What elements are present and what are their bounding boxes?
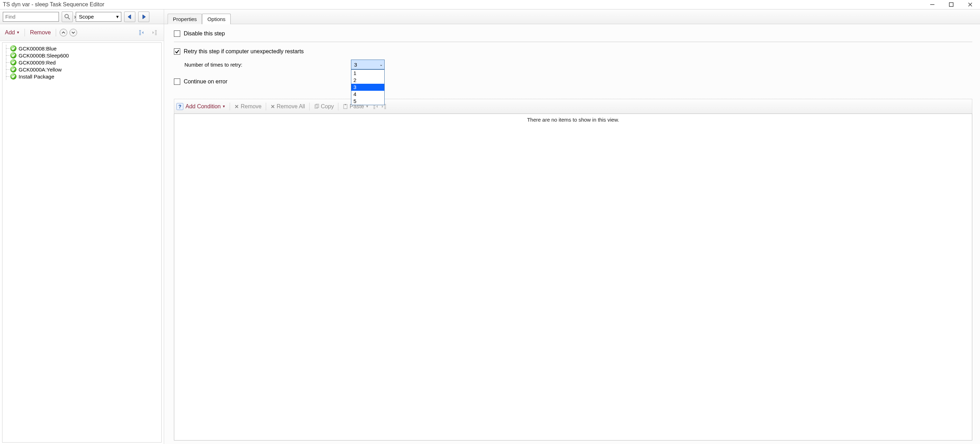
success-icon <box>10 66 16 73</box>
top-toolbar-right: Properties Options <box>164 10 980 24</box>
success-icon <box>10 45 16 52</box>
dropdown-caret-icon: ▼ <box>222 105 226 108</box>
x-icon <box>270 104 275 109</box>
retry-count-option[interactable]: 5 <box>351 98 384 105</box>
x-icon <box>234 104 239 109</box>
retry-count-options-list: 1 2 3 4 5 <box>351 70 385 105</box>
remove-step-button[interactable]: Remove <box>29 29 52 36</box>
retry-count-label: Number of times to retry: <box>185 62 242 68</box>
nav-back-button[interactable] <box>124 11 135 22</box>
retry-count-option[interactable]: 4 <box>351 91 384 98</box>
top-toolbar: x Scope ▼ Properties Options <box>0 9 980 24</box>
conditions-toolbar: ? Add Condition ▼ Remove Remove All Copy <box>174 99 972 114</box>
separator <box>230 103 230 110</box>
tree-item[interactable]: Install Package <box>4 73 160 80</box>
top-toolbar-left: x Scope ▼ <box>0 10 164 24</box>
arrow-right-icon <box>141 14 147 20</box>
tree-item[interactable]: GCK00008:Blue <box>4 45 160 52</box>
retry-count-dropdown[interactable]: 3 ⌄ 1 2 3 4 5 <box>351 60 385 70</box>
scope-label: Scope <box>79 14 94 20</box>
separator <box>309 103 310 110</box>
title-bar: TS dyn var - sleep Task Sequence Editor <box>0 0 980 9</box>
help-icon[interactable]: ? <box>177 103 183 110</box>
tab-options[interactable]: Options <box>202 14 231 24</box>
conditions-empty-text: There are no items to show in this view. <box>527 117 619 123</box>
tree-item[interactable]: GCK0000A:Yellow <box>4 66 160 73</box>
window-buttons <box>928 1 978 8</box>
dropdown-caret-icon: ▼ <box>16 30 20 34</box>
chevron-up-icon <box>61 30 65 35</box>
tree-toolbar: Add ▼ Remove <box>0 24 164 41</box>
minimize-button[interactable] <box>928 1 937 8</box>
options-pane: Disable this step Retry this step if com… <box>164 24 980 444</box>
add-step-button[interactable]: Add ▼ <box>3 29 21 36</box>
tree-item-label: GCK0000A:Yellow <box>19 67 62 73</box>
remove-step-label: Remove <box>30 29 51 36</box>
remove-condition-button[interactable]: Remove <box>234 103 262 110</box>
add-condition-label: Add Condition <box>186 103 221 110</box>
svg-rect-5 <box>345 104 346 105</box>
continue-on-error-row: Continue on error <box>174 78 972 85</box>
success-icon <box>10 52 16 59</box>
add-condition-button[interactable]: Add Condition ▼ <box>186 103 226 110</box>
main-area: Add ▼ Remove <box>0 24 980 444</box>
move-down-button[interactable] <box>69 29 77 36</box>
outdent-button[interactable] <box>136 27 147 38</box>
maximize-button[interactable] <box>947 1 956 8</box>
divider <box>174 42 972 42</box>
search-button[interactable] <box>62 11 73 22</box>
window-title: TS dyn var - sleep Task Sequence Editor <box>3 2 105 8</box>
conditions-list[interactable]: There are no items to show in this view. <box>174 114 972 441</box>
tree-item-label: GCK00008:Blue <box>19 46 56 52</box>
disable-step-checkbox[interactable] <box>174 30 180 37</box>
remove-condition-label: Remove <box>240 103 262 110</box>
tree-item[interactable]: GCK00009:Red <box>4 59 160 66</box>
tab-bar: Properties Options <box>164 13 231 24</box>
move-up-button[interactable] <box>60 29 67 36</box>
arrow-left-icon <box>127 14 133 20</box>
copy-conditions-label: Copy <box>321 103 334 110</box>
disable-step-label: Disable this step <box>184 30 225 37</box>
tree-item-label: GCK00009:Red <box>19 60 56 65</box>
chevron-down-icon: ▼ <box>115 14 119 19</box>
success-icon <box>10 59 16 65</box>
chevron-down-icon <box>71 30 75 35</box>
remove-all-conditions-label: Remove All <box>277 103 305 110</box>
nav-forward-button[interactable] <box>138 11 150 22</box>
tab-properties[interactable]: Properties <box>168 14 202 24</box>
search-icon <box>64 14 70 20</box>
remove-all-conditions-button[interactable]: Remove All <box>270 103 305 110</box>
success-icon <box>10 73 16 79</box>
retry-count-option[interactable]: 1 <box>351 70 384 77</box>
continue-on-error-label: Continue on error <box>184 78 228 85</box>
indent-button[interactable] <box>149 27 160 38</box>
tree-item-label: Install Package <box>19 74 54 79</box>
retry-checkbox[interactable] <box>174 48 180 55</box>
tree-item-label: GCK0000B:Sleep600 <box>19 52 69 59</box>
retry-count-option[interactable]: 3 <box>351 84 384 91</box>
indent-icon <box>151 29 158 36</box>
disable-step-row: Disable this step <box>174 30 972 37</box>
separator <box>266 103 266 110</box>
chevron-down-icon: ⌄ <box>379 62 383 67</box>
copy-conditions-button[interactable]: Copy <box>314 103 334 110</box>
find-box[interactable]: x <box>3 12 59 22</box>
retry-count-option[interactable]: 2 <box>351 77 384 84</box>
close-button[interactable] <box>965 1 975 8</box>
paste-icon <box>342 104 348 109</box>
add-step-label: Add <box>5 29 15 36</box>
left-pane: Add ▼ Remove <box>0 24 164 444</box>
step-tree[interactable]: GCK00008:Blue GCK0000B:Sleep600 GCK00009… <box>2 43 162 442</box>
scope-dropdown[interactable]: Scope ▼ <box>76 12 121 22</box>
continue-on-error-checkbox[interactable] <box>174 78 180 85</box>
outdent-icon <box>138 29 145 36</box>
copy-icon <box>314 104 320 109</box>
retry-block: Retry this step if computer unexpectedly… <box>174 48 972 70</box>
svg-point-1 <box>65 14 68 18</box>
svg-rect-0 <box>950 3 953 7</box>
retry-label: Retry this step if computer unexpectedly… <box>184 48 304 55</box>
tree-item[interactable]: GCK0000B:Sleep600 <box>4 52 160 59</box>
retry-count-value: 3 <box>354 62 357 68</box>
separator <box>338 103 338 110</box>
